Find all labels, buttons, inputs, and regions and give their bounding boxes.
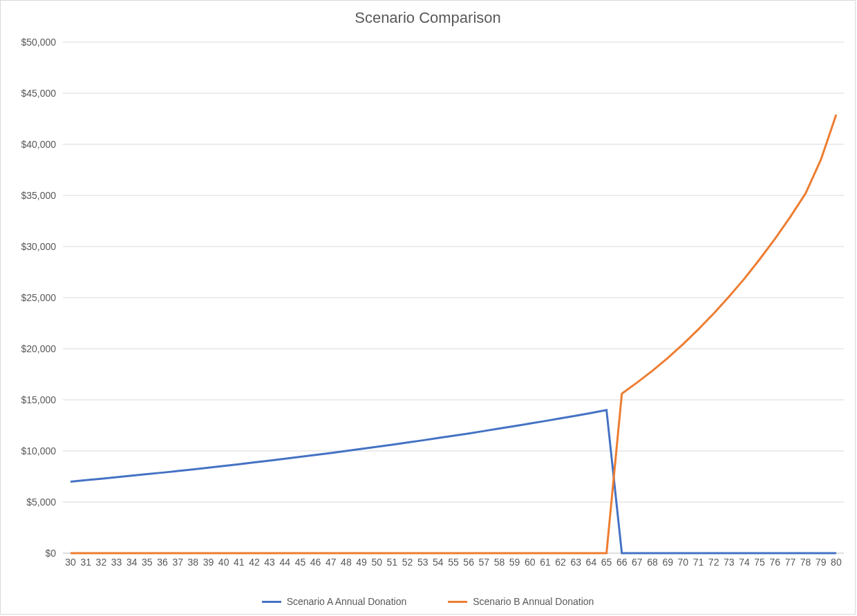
series-b-line	[70, 115, 836, 553]
x-tick-label: 46	[308, 557, 323, 568]
plot-area	[63, 42, 844, 553]
legend-item-a: Scenario A Annual Donation	[262, 596, 407, 607]
x-tick-label: 69	[660, 557, 675, 568]
x-tick-label: 63	[568, 557, 583, 568]
x-tick-label: 45	[292, 557, 308, 568]
plot-svg	[63, 42, 844, 553]
x-tick-label: 68	[645, 557, 660, 568]
x-tick-label: 51	[384, 557, 399, 568]
x-tick-label: 34	[124, 557, 140, 568]
x-tick-label: 37	[170, 557, 185, 568]
x-tick-label: 75	[752, 557, 767, 568]
x-tick-label: 60	[522, 557, 538, 568]
y-tick-label: $5,000	[1, 497, 56, 508]
y-tick-label: $0	[1, 548, 56, 559]
x-tick-label: 72	[706, 557, 722, 568]
x-tick-label: 55	[446, 557, 461, 568]
x-tick-label: 78	[798, 557, 813, 568]
legend-swatch-a	[262, 601, 281, 603]
y-tick-label: $15,000	[1, 394, 56, 405]
x-tick-label: 54	[431, 557, 446, 568]
x-tick-label: 80	[829, 557, 844, 568]
x-tick-label: 50	[369, 557, 384, 568]
x-tick-label: 52	[400, 557, 415, 568]
x-tick-label: 70	[675, 557, 690, 568]
x-tick-label: 49	[354, 557, 369, 568]
x-tick-label: 48	[339, 557, 354, 568]
y-tick-label: $45,000	[1, 88, 56, 99]
x-tick-label: 77	[782, 557, 798, 568]
x-tick-label: 39	[200, 557, 216, 568]
x-tick-label: 42	[247, 557, 262, 568]
y-tick-label: $35,000	[1, 190, 56, 201]
series-a-line	[70, 410, 836, 553]
y-tick-label: $10,000	[1, 445, 56, 456]
y-tick-label: $40,000	[1, 139, 56, 150]
x-tick-label: 71	[691, 557, 706, 568]
x-tick-label: 44	[277, 557, 292, 568]
x-tick-label: 59	[507, 557, 522, 568]
x-tick-label: 64	[583, 557, 599, 568]
x-tick-label: 32	[93, 557, 109, 568]
y-tick-label: $50,000	[1, 37, 56, 48]
y-tick-label: $25,000	[1, 292, 56, 303]
x-tick-label: 66	[614, 557, 630, 568]
x-tick-label: 58	[491, 557, 507, 568]
legend-item-b: Scenario B Annual Donation	[448, 596, 594, 607]
x-tick-label: 76	[767, 557, 782, 568]
x-tick-label: 62	[553, 557, 568, 568]
chart-title: Scenario Comparison	[1, 9, 855, 27]
x-tick-label: 56	[461, 557, 476, 568]
x-tick-label: 53	[415, 557, 431, 568]
x-tick-label: 67	[630, 557, 645, 568]
x-tick-label: 79	[813, 557, 829, 568]
x-tick-label: 41	[232, 557, 247, 568]
x-tick-label: 43	[262, 557, 277, 568]
chart-container: Scenario Comparison $0$5,000$10,000$15,0…	[0, 0, 856, 615]
legend: Scenario A Annual Donation Scenario B An…	[1, 596, 855, 607]
x-tick-label: 31	[78, 557, 93, 568]
x-tick-label: 74	[737, 557, 752, 568]
y-tick-label: $30,000	[1, 241, 56, 252]
x-tick-label: 47	[323, 557, 339, 568]
x-tick-label: 40	[216, 557, 232, 568]
x-tick-label: 30	[63, 557, 78, 568]
x-tick-label: 65	[599, 557, 614, 568]
x-tick-label: 35	[140, 557, 155, 568]
x-tick-label: 36	[155, 557, 170, 568]
x-tick-label: 38	[185, 557, 200, 568]
legend-swatch-b	[448, 601, 467, 603]
x-tick-label: 73	[722, 557, 737, 568]
legend-label-a: Scenario A Annual Donation	[287, 596, 407, 607]
x-tick-label: 57	[476, 557, 491, 568]
y-tick-label: $20,000	[1, 343, 56, 354]
x-tick-label: 61	[538, 557, 553, 568]
x-tick-label: 33	[109, 557, 124, 568]
legend-label-b: Scenario B Annual Donation	[473, 596, 594, 607]
